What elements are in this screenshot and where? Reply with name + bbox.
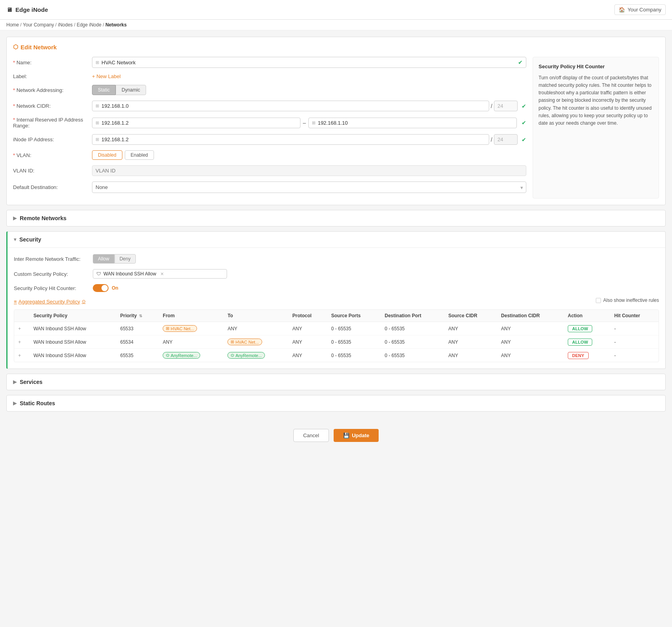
new-label-button[interactable]: + New Label: [92, 73, 526, 79]
inode-ip-input[interactable]: [101, 137, 486, 142]
info-description: Turn on/off display of the count of pack…: [539, 74, 653, 127]
cidr-ip-input[interactable]: [101, 103, 486, 109]
security-card: ▾ Security Inter Remote Network Traffic:…: [6, 231, 666, 369]
row2-dest-port: 0 - 65535: [381, 335, 444, 349]
breadcrumb-inodes[interactable]: iNodes: [58, 22, 73, 28]
custom-policy-label: Custom Security Policy:: [14, 271, 93, 277]
row1-policy: WAN Inbound SSH Allow: [30, 322, 116, 335]
switch-toggle[interactable]: [93, 284, 109, 292]
inode-cidr-row: ⊞ / ✔: [92, 134, 526, 145]
name-input[interactable]: [101, 60, 516, 66]
agg-policy-link[interactable]: ≡ Aggregated Security Policy ⊙: [14, 299, 86, 305]
edit-network-form: Name: ⊞ ✔ Label: + New Label: [13, 57, 526, 198]
default-dest-wrapper: None: [92, 182, 526, 193]
vlan-disabled-button[interactable]: Disabled: [92, 150, 122, 160]
services-title: Services: [20, 379, 43, 385]
inode-ip-row: iNode IP Address: ⊞ / ✔: [13, 134, 526, 145]
breadcrumb-company[interactable]: Your Company: [23, 22, 54, 28]
app-title-area: 🖥 Edge iNode: [6, 6, 48, 13]
row2-protocol: ANY: [288, 335, 327, 349]
ip-range-control: ⊞ – ⊞ ✔: [92, 118, 526, 128]
update-button[interactable]: 💾 Update: [334, 429, 379, 442]
security-header[interactable]: ▾ Security: [8, 232, 665, 248]
th-priority[interactable]: Priority ⇅: [116, 310, 159, 322]
grid-icon-5: ⊞: [96, 137, 99, 142]
th-expand: [14, 310, 30, 322]
security-content: Inter Remote Network Traffic: Allow Deny…: [8, 248, 665, 369]
name-label: Name:: [13, 60, 92, 66]
hit-counter-toggle[interactable]: On: [93, 284, 118, 292]
default-dest-label: Default Destination:: [13, 184, 92, 190]
cidr-ip-container[interactable]: ⊞: [92, 101, 489, 111]
row1-dest-cidr: ANY: [497, 322, 564, 335]
name-input-container[interactable]: ⊞ ✔: [92, 57, 526, 68]
services-header[interactable]: ▶ Services: [7, 374, 665, 390]
range-end-input[interactable]: [318, 120, 513, 126]
inter-traffic-label: Inter Remote Network Traffic:: [14, 256, 93, 262]
server-icon: 🖥: [6, 6, 12, 13]
range-start-container[interactable]: ⊞: [92, 118, 300, 128]
row1-expand[interactable]: +: [14, 322, 30, 335]
cidr-row: ⊞ / ✔: [92, 101, 526, 111]
th-dest-cidr: Destination CIDR: [497, 310, 564, 322]
row1-from: ⊞ HVAC Net...: [159, 322, 223, 335]
grid-icon-2: ⊞: [96, 103, 99, 109]
row3-to: ⊙ AnyRemote...: [223, 349, 288, 362]
th-from: From: [159, 310, 223, 322]
services-collapse-icon: ▶: [13, 379, 17, 385]
static-routes-card: ▶ Static Routes: [6, 395, 666, 412]
security-policy-info: Security Policy Hit Counter Turn on/off …: [533, 57, 659, 198]
cancel-button[interactable]: Cancel: [293, 429, 329, 442]
custom-policy-field[interactable]: 🛡 WAN Inbound SSH Allow ✕: [93, 269, 227, 279]
vlan-enabled-button[interactable]: Enabled: [125, 150, 154, 160]
remote-networks-collapse-icon: ▶: [13, 215, 17, 221]
company-selector[interactable]: 🏠 Your Company: [614, 4, 666, 15]
default-dest-select[interactable]: None: [92, 182, 526, 193]
also-show-checkbox[interactable]: [596, 298, 601, 303]
deny-button[interactable]: Deny: [115, 254, 136, 264]
remote-networks-header[interactable]: ▶ Remote Networks: [7, 210, 665, 226]
vlan-id-input: [92, 165, 526, 176]
network-cidr-label: Network CIDR:: [13, 103, 92, 109]
static-button[interactable]: Static: [92, 85, 116, 95]
edit-network-card: ⬡ Edit Network Name: ⊞ ✔: [6, 37, 666, 205]
range-end-container[interactable]: ⊞: [308, 118, 517, 128]
th-dest-port: Destination Port: [381, 310, 444, 322]
label-row: Label: + New Label: [13, 73, 526, 79]
row2-dest-cidr: ANY: [497, 335, 564, 349]
policy-table-head: Security Policy Priority ⇅ From To Proto…: [14, 310, 659, 322]
policy-table-wrapper: Security Policy Priority ⇅ From To Proto…: [14, 309, 659, 362]
range-start-input[interactable]: [101, 120, 297, 126]
breadcrumb-edge-inode[interactable]: Edge iNode: [77, 22, 101, 28]
grid-icon: ⊞: [96, 60, 99, 65]
breadcrumb-networks: Networks: [105, 22, 127, 28]
grid-icon-4: ⊞: [312, 120, 315, 125]
policy-tag-close-button[interactable]: ✕: [160, 271, 164, 277]
row2-expand[interactable]: +: [14, 335, 30, 349]
ip-range-row: Internal Reserved IP Address Range: ⊞ – …: [13, 117, 526, 129]
th-to: To: [223, 310, 288, 322]
inode-ip-control: ⊞ / ✔: [92, 134, 526, 145]
app-header: 🖥 Edge iNode 🏠 Your Company: [0, 0, 672, 20]
allow-button[interactable]: Allow: [93, 254, 115, 264]
network-addressing-toggle: Static Dynamic: [92, 85, 526, 95]
main-content: ⬡ Edit Network Name: ⊞ ✔: [0, 30, 672, 423]
inode-mask-input: [494, 134, 518, 145]
dynamic-button[interactable]: Dynamic: [116, 85, 146, 95]
policy-table-header-row: Security Policy Priority ⇅ From To Proto…: [14, 310, 659, 322]
row3-expand[interactable]: +: [14, 349, 30, 362]
agg-policy-row: ≡ Aggregated Security Policy ⊙ Also show…: [14, 298, 659, 305]
inode-ip-container[interactable]: ⊞: [92, 134, 489, 145]
vlan-id-label: VLAN ID:: [13, 168, 92, 174]
row2-hit-counter: -: [610, 335, 659, 349]
row1-action: ALLOW: [564, 322, 610, 335]
vlan-row: VLAN: Disabled Enabled: [13, 150, 526, 160]
static-routes-header[interactable]: ▶ Static Routes: [7, 395, 665, 411]
row3-dest-port: 0 - 65535: [381, 349, 444, 362]
breadcrumb-home[interactable]: Home: [6, 22, 19, 28]
custom-policy-row: Custom Security Policy: 🛡 WAN Inbound SS…: [14, 269, 659, 279]
row3-protocol: ANY: [288, 349, 327, 362]
row1-src-cidr: ANY: [445, 322, 497, 335]
cidr-mask-input[interactable]: [494, 101, 518, 111]
static-routes-title: Static Routes: [20, 400, 55, 406]
